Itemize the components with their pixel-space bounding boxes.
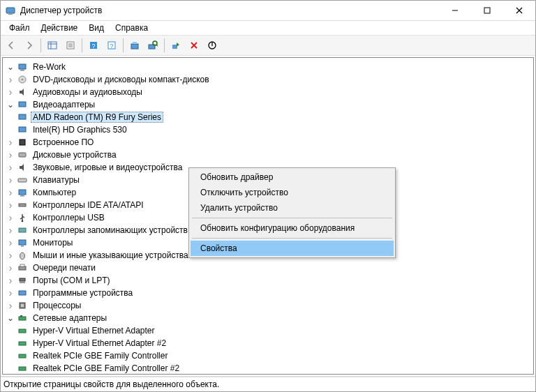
ide-controller-icon xyxy=(17,199,28,211)
context-menu-disable-device[interactable]: Отключить устройство xyxy=(191,185,394,200)
tree-node-video-adapters[interactable]: Видеоадаптеры xyxy=(6,98,533,111)
expand-collapse-icon[interactable] xyxy=(6,263,15,273)
tree-node-amd-radeon[interactable]: AMD Radeon (TM) R9 Fury Series xyxy=(6,111,533,123)
tree-node[interactable]: Hyper-V Virtual Ethernet Adapter #2 xyxy=(6,337,533,349)
maximize-button[interactable] xyxy=(471,1,503,20)
context-menu-uninstall-device[interactable]: Удалить устройство xyxy=(191,200,394,216)
tree-node[interactable]: Дисковые устройства xyxy=(6,149,533,161)
computer-icon xyxy=(17,187,28,198)
tree-node-network-adapters[interactable]: Сетевые адаптеры xyxy=(6,312,533,324)
tree-node[interactable]: Аудиовходы и аудиовыходы xyxy=(6,86,533,98)
node-label: Порты (COM и LPT) xyxy=(31,275,112,286)
expand-collapse-icon[interactable] xyxy=(6,200,15,210)
svg-rect-36 xyxy=(19,190,26,195)
expand-collapse-icon[interactable] xyxy=(6,238,15,248)
tree-node[interactable]: Программные устройства xyxy=(6,287,533,299)
tree-node[interactable]: Очереди печати xyxy=(6,262,533,274)
disable-device-button[interactable] xyxy=(204,37,221,54)
svg-rect-42 xyxy=(21,246,24,247)
tree-node[interactable]: Realtek PCIe GBE Family Controller xyxy=(6,349,533,362)
expand-collapse-icon[interactable] xyxy=(6,100,15,110)
node-label: Realtek PCIe GBE Family Controller xyxy=(31,350,170,361)
menu-action[interactable]: Действие xyxy=(36,22,84,34)
expand-collapse-icon[interactable] xyxy=(6,163,15,172)
menu-file[interactable]: Файл xyxy=(3,22,36,34)
tree-node[interactable]: Встроенное ПО xyxy=(6,136,533,149)
expand-collapse-icon[interactable] xyxy=(6,87,15,97)
context-menu-scan-hardware[interactable]: Обновить конфигурацию оборудования xyxy=(191,220,394,236)
node-label: Очереди печати xyxy=(31,262,98,273)
node-label: Контроллеры IDE ATA/ATAPI xyxy=(31,199,146,211)
expand-collapse-icon[interactable] xyxy=(6,276,15,285)
node-label: Контроллеры запоминающих устройств xyxy=(31,225,190,236)
svg-point-39 xyxy=(22,220,24,223)
node-label: AMD Radeon (TM) R9 Fury Series xyxy=(31,112,163,123)
network-adapter-icon xyxy=(17,350,28,361)
tree-node-root[interactable]: Re-Work xyxy=(6,61,533,73)
svg-rect-30 xyxy=(19,102,26,107)
menubar: Файл Действие Вид Справка xyxy=(1,21,535,35)
update-driver-button[interactable] xyxy=(126,37,143,54)
tree-node[interactable]: Порты (COM и LPT) xyxy=(6,274,533,287)
svg-rect-48 xyxy=(19,291,26,295)
show-hide-tree-button[interactable] xyxy=(44,37,61,54)
uninstall-device-button[interactable] xyxy=(186,37,202,54)
properties-button[interactable] xyxy=(62,37,79,54)
expand-collapse-icon[interactable] xyxy=(6,75,15,84)
svg-point-43 xyxy=(20,252,25,259)
menu-view[interactable]: Вид xyxy=(83,22,110,34)
close-button[interactable] xyxy=(503,1,535,20)
tree-node[interactable]: Hyper-V Virtual Ethernet Adapter xyxy=(6,324,533,337)
tree-node-intel-hd[interactable]: Intel(R) HD Graphics 530 xyxy=(6,123,533,136)
svg-rect-1 xyxy=(8,14,13,15)
processor-icon xyxy=(17,300,28,311)
scan-hardware-button[interactable] xyxy=(144,37,161,54)
expand-collapse-icon[interactable] xyxy=(6,188,15,197)
svg-rect-32 xyxy=(19,127,26,132)
context-menu-properties[interactable]: Свойства xyxy=(191,241,394,256)
expand-collapse-icon[interactable] xyxy=(6,213,15,223)
expand-collapse-icon[interactable] xyxy=(6,301,15,310)
node-label: DVD-дисководы и дисководы компакт-дисков xyxy=(31,74,211,85)
usb-icon xyxy=(17,212,28,223)
context-menu-update-driver[interactable]: Обновить драйвер xyxy=(191,169,394,185)
tree-node[interactable]: Процессоры xyxy=(6,299,533,312)
node-label: Hyper-V Virtual Ethernet Adapter xyxy=(31,325,157,336)
expand-collapse-icon[interactable] xyxy=(6,62,15,72)
window-title: Диспетчер устройств xyxy=(20,6,439,15)
tree-node[interactable]: Realtek PCIe GBE Family Controller #2 xyxy=(6,362,533,375)
toolbar-separator xyxy=(40,38,41,52)
tree-node[interactable]: DVD-дисководы и дисководы компакт-дисков xyxy=(6,73,533,86)
network-adapter-icon xyxy=(17,312,28,324)
expand-collapse-icon[interactable] xyxy=(6,313,15,323)
node-label: Realtek PCIe GBE Family Controller #2 xyxy=(31,363,181,374)
expand-collapse-icon[interactable] xyxy=(6,288,15,298)
svg-rect-17 xyxy=(131,44,138,49)
expand-collapse-icon[interactable] xyxy=(6,150,15,160)
client-area: Re-Work DVD-дисководы и дисководы компак… xyxy=(1,56,535,377)
display-adapter-icon xyxy=(17,99,28,110)
network-adapter-icon xyxy=(17,325,28,336)
svg-rect-56 xyxy=(19,367,26,370)
help-button[interactable]: ? xyxy=(85,37,102,54)
enable-device-button[interactable] xyxy=(168,37,184,54)
forward-button[interactable] xyxy=(21,37,38,54)
minimize-button[interactable] xyxy=(439,1,471,20)
svg-rect-54 xyxy=(19,342,26,345)
help-topic-button[interactable]: ? xyxy=(103,37,120,54)
menu-help[interactable]: Справка xyxy=(110,22,154,34)
back-button[interactable] xyxy=(3,37,20,54)
expand-collapse-icon[interactable] xyxy=(6,175,15,185)
expand-collapse-icon[interactable] xyxy=(6,250,15,260)
sound-icon xyxy=(17,162,28,173)
svg-rect-18 xyxy=(133,42,137,44)
app-icon xyxy=(5,5,16,16)
node-label: Контроллеры USB xyxy=(31,212,107,223)
titlebar: Диспетчер устройств xyxy=(1,1,535,21)
storage-controller-icon xyxy=(17,225,28,236)
expand-collapse-icon[interactable] xyxy=(6,137,15,147)
expand-collapse-icon[interactable] xyxy=(6,225,15,235)
node-label: Звуковые, игровые и видеоустройства xyxy=(31,162,184,173)
software-device-icon xyxy=(17,287,28,299)
node-label: Программные устройства xyxy=(31,287,135,299)
